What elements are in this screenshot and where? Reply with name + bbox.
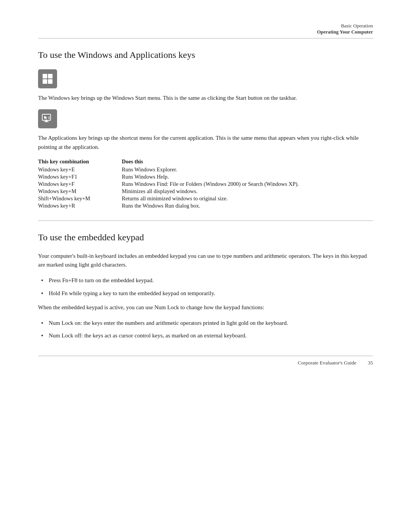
list-item: Num Lock on: the keys enter the numbers … <box>38 319 373 328</box>
applications-key-icon <box>38 109 57 128</box>
apps-key-description: The Applications key brings up the short… <box>38 134 373 152</box>
svg-rect-10 <box>48 118 50 119</box>
main-content: To use the Windows and Applications keys… <box>0 50 411 340</box>
section2: To use the embedded keypad Your computer… <box>38 232 373 340</box>
svg-rect-9 <box>48 118 50 118</box>
header-section: Operating Your Computer <box>0 29 373 35</box>
table-header-row: This key combination Does this <box>38 158 373 165</box>
windows-key-icon <box>38 69 57 88</box>
key-action: Minimizes all displayed windows. <box>122 188 373 195</box>
table-row: Windows key+E Runs Windows Explorer. <box>38 166 373 173</box>
table-row: Windows key+F Runs Windows Find: File or… <box>38 181 373 187</box>
svg-rect-5 <box>45 120 48 121</box>
windows-logo-icon <box>41 73 54 85</box>
table-row: Shift+Windows key+M Returns all minimize… <box>38 195 373 202</box>
footer-right: Corporate Evaluator's Guide 35 <box>298 360 373 366</box>
embedded-keypad-intro: Your computer's built-in keyboard includ… <box>38 252 373 270</box>
section-divider <box>38 220 373 221</box>
svg-rect-2 <box>43 79 47 84</box>
section2-title: To use the embedded keypad <box>38 232 373 243</box>
windows-key-description: The Windows key brings up the Windows St… <box>38 94 373 102</box>
table-row: Windows key+R Runs the Windows Run dialo… <box>38 203 373 209</box>
page-header: Basic Operation Operating Your Computer <box>0 23 411 38</box>
table-header-col2: Does this <box>122 158 373 165</box>
key-combo: Windows key+M <box>38 188 122 195</box>
key-action: Runs the Windows Run dialog box. <box>122 203 373 209</box>
key-combinations-table: This key combination Does this Windows k… <box>38 158 373 209</box>
top-divider <box>38 38 373 38</box>
key-action: Runs Windows Find: File or Folders (Wind… <box>122 181 373 187</box>
header-chapter: Basic Operation <box>0 23 373 29</box>
footer-empty-left <box>38 360 298 366</box>
table-row: Windows key+F1 Runs Windows Help. <box>38 174 373 180</box>
footer-guide-name: Corporate Evaluator's Guide <box>298 360 357 366</box>
page: Basic Operation Operating Your Computer … <box>0 0 411 532</box>
svg-marker-7 <box>44 116 48 120</box>
page-number: 35 <box>368 360 373 366</box>
key-combo: Shift+Windows key+M <box>38 195 122 202</box>
numlock-intro: When the embedded keypad is active, you … <box>38 303 373 312</box>
key-combo: Windows key+F <box>38 181 122 187</box>
keypad-bullets-2: Num Lock on: the keys enter the numbers … <box>38 319 373 340</box>
svg-rect-0 <box>43 74 47 78</box>
table-row: Windows key+M Minimizes all displayed wi… <box>38 188 373 195</box>
apps-key-icon-svg <box>41 113 54 125</box>
svg-rect-8 <box>48 117 50 117</box>
key-combo: Windows key+F1 <box>38 174 122 180</box>
key-action: Returns all minimized windows to origina… <box>122 195 373 202</box>
key-combo: Windows key+E <box>38 166 122 173</box>
keypad-bullets-1: Press Fn+F8 to turn on the embedded keyp… <box>38 276 373 298</box>
svg-rect-1 <box>48 74 53 78</box>
key-combo: Windows key+R <box>38 203 122 209</box>
section1-title: To use the Windows and Applications keys <box>38 50 373 60</box>
page-footer: Corporate Evaluator's Guide 35 <box>0 356 411 366</box>
table-header-col1: This key combination <box>38 158 122 165</box>
key-action: Runs Windows Explorer. <box>122 166 373 173</box>
list-item: Num Lock off: the keys act as cursor con… <box>38 331 373 340</box>
svg-rect-6 <box>44 121 49 122</box>
list-item: Hold Fn while typing a key to turn the e… <box>38 289 373 298</box>
list-item: Press Fn+F8 to turn on the embedded keyp… <box>38 276 373 285</box>
key-action: Runs Windows Help. <box>122 174 373 180</box>
svg-rect-3 <box>48 79 53 84</box>
